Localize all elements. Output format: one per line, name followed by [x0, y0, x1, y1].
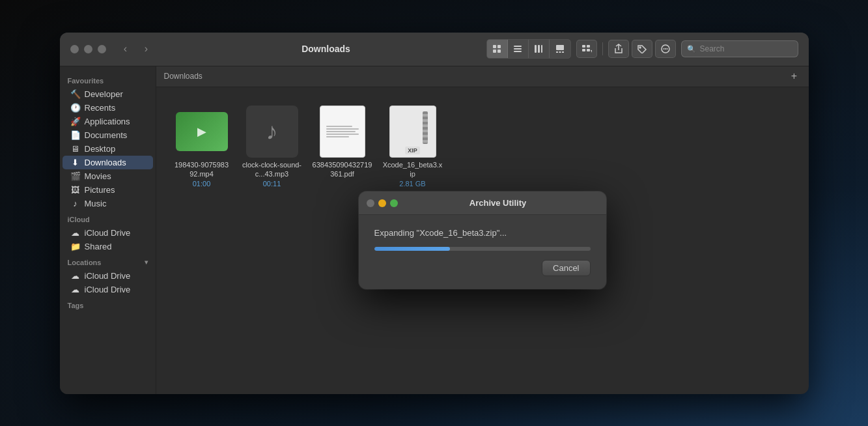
- svg-rect-15: [582, 49, 585, 51]
- svg-rect-13: [562, 51, 564, 53]
- file-item-pdf[interactable]: 638435090432719361.pdf: [310, 100, 375, 193]
- sidebar-item-location2-label: iCloud Drive: [85, 285, 131, 294]
- back-button[interactable]: ‹: [117, 40, 135, 58]
- svg-point-22: [665, 48, 666, 50]
- favourites-section-label: Favourites: [60, 72, 156, 87]
- sidebar-item-documents[interactable]: 📄 Documents: [63, 128, 153, 142]
- pdf-line-2: [326, 128, 359, 130]
- archive-close-button[interactable]: [367, 199, 374, 207]
- xip-type-label: XIP: [405, 147, 420, 154]
- archive-title-bar: Archive Utility: [359, 192, 606, 215]
- sidebar-item-location2[interactable]: ☁ iCloud Drive: [63, 283, 153, 296]
- tags-section-label: Tags: [60, 296, 156, 312]
- pdf-lines: [326, 124, 359, 139]
- archive-traffic-lights: [367, 199, 398, 207]
- svg-rect-6: [514, 51, 522, 52]
- pdf-line-3: [326, 131, 356, 132]
- svg-point-19: [639, 47, 641, 48]
- sidebar-item-applications-label: Applications: [85, 117, 130, 126]
- file-item-mp4[interactable]: 198430-9075983 92.mp4 01:00: [169, 100, 234, 193]
- svg-rect-11: [556, 51, 558, 53]
- xip-zipper: [423, 111, 428, 144]
- archive-actions: Cancel: [374, 260, 591, 276]
- sidebar-item-recents[interactable]: 🕐 Recents: [63, 101, 153, 115]
- sidebar-item-developer[interactable]: 🔨 Developer: [63, 87, 153, 101]
- developer-icon: 🔨: [70, 89, 81, 99]
- sidebar-item-developer-label: Developer: [85, 89, 123, 99]
- view-columns-button[interactable]: [529, 40, 550, 58]
- sidebar-item-desktop[interactable]: 🖥 Desktop: [63, 142, 153, 156]
- traffic-lights: [70, 45, 106, 53]
- group-button[interactable]: ▾: [576, 40, 597, 58]
- svg-rect-3: [497, 50, 501, 53]
- view-grid-button[interactable]: [487, 40, 508, 58]
- shared-icon: 📁: [70, 242, 81, 251]
- xip-icon: XIP: [387, 106, 439, 158]
- svg-text:▾: ▾: [591, 48, 592, 53]
- forward-button[interactable]: ›: [137, 40, 156, 58]
- sidebar-item-music-label: Music: [85, 199, 107, 208]
- share-button[interactable]: [608, 40, 629, 58]
- mp3-filename: clock-clock-sound-c...43.mp3: [242, 160, 302, 179]
- desktop-icon: 🖥: [70, 144, 81, 154]
- view-list-button[interactable]: [508, 40, 529, 58]
- xip-filename: Xcode_16_beta3.xip: [383, 160, 443, 179]
- svg-rect-12: [559, 51, 561, 53]
- file-item-mp3[interactable]: ♪ clock-clock-sound-c...43.mp3 00:11: [240, 100, 305, 193]
- locations-chevron-icon: ▾: [145, 259, 148, 266]
- view-gallery-button[interactable]: [550, 40, 570, 58]
- path-bar-text: Downloads: [164, 72, 203, 81]
- archive-body: Expanding "Xcode_16_beta3.zip"... Cancel: [359, 215, 606, 289]
- toolbar-separator: [602, 42, 603, 55]
- sidebar-item-movies[interactable]: 🎬 Movies: [63, 169, 153, 183]
- sidebar-item-icloud-drive[interactable]: ☁ iCloud Drive: [63, 226, 153, 240]
- file-item-xip[interactable]: XIP Xcode_16_beta3.xip 2.81 GB: [380, 100, 445, 193]
- recents-icon: 🕐: [70, 103, 81, 113]
- sidebar-item-downloads[interactable]: ⬇ Downloads: [63, 156, 153, 169]
- pdf-line-1: [326, 126, 352, 127]
- sidebar-item-pictures[interactable]: 🖼 Pictures: [63, 183, 153, 197]
- applications-icon: 🚀: [70, 117, 81, 126]
- progress-bar-fill: [374, 247, 450, 251]
- archive-minimize-button[interactable]: [378, 199, 386, 207]
- cancel-button[interactable]: Cancel: [542, 260, 590, 276]
- mp3-duration: 00:11: [263, 180, 281, 188]
- search-placeholder-text: Search: [700, 44, 725, 53]
- sidebar-item-location1[interactable]: ☁ iCloud Drive: [63, 269, 153, 283]
- mp4-icon: [176, 106, 228, 158]
- path-bar-add-button[interactable]: +: [788, 70, 801, 83]
- more-options-button[interactable]: [655, 40, 676, 58]
- svg-rect-14: [582, 45, 585, 48]
- locations-section-label: Locations ▾: [60, 253, 156, 269]
- svg-rect-16: [587, 45, 590, 48]
- location2-icon: ☁: [70, 285, 81, 294]
- mp3-thumbnail: ♪: [246, 106, 298, 158]
- sidebar-item-applications[interactable]: 🚀 Applications: [63, 115, 153, 128]
- mp4-duration: 01:00: [193, 180, 211, 188]
- sidebar-item-documents-label: Documents: [85, 130, 128, 140]
- sidebar: Favourites 🔨 Developer 🕐 Recents 🚀 Appli…: [60, 66, 156, 394]
- svg-rect-7: [535, 45, 537, 53]
- search-box[interactable]: 🔍 Search: [681, 40, 798, 57]
- svg-rect-17: [587, 49, 590, 51]
- close-button[interactable]: [70, 45, 79, 53]
- svg-rect-2: [493, 50, 496, 53]
- tag-button[interactable]: [632, 40, 652, 58]
- toolbar-right: ▾: [486, 39, 798, 59]
- location1-icon: ☁: [70, 271, 81, 281]
- sidebar-item-movies-label: Movies: [85, 171, 111, 181]
- sidebar-item-shared[interactable]: 📁 Shared: [63, 240, 153, 253]
- pdf-thumbnail: [320, 106, 365, 158]
- documents-icon: 📄: [70, 130, 81, 140]
- maximize-button[interactable]: [98, 45, 106, 53]
- minimize-button[interactable]: [84, 45, 92, 53]
- svg-rect-9: [541, 45, 542, 53]
- mp4-filename: 198430-9075983 92.mp4: [172, 160, 232, 179]
- file-area-wrapper: Downloads + 198430-9075983 92.mp4 01:00: [156, 66, 809, 394]
- sidebar-item-music[interactable]: ♪ Music: [63, 197, 153, 210]
- view-toggle-group: [486, 39, 571, 59]
- archive-maximize-button[interactable]: [390, 199, 398, 207]
- sidebar-item-downloads-label: Downloads: [85, 158, 126, 167]
- svg-rect-10: [556, 45, 564, 50]
- svg-point-23: [666, 48, 667, 50]
